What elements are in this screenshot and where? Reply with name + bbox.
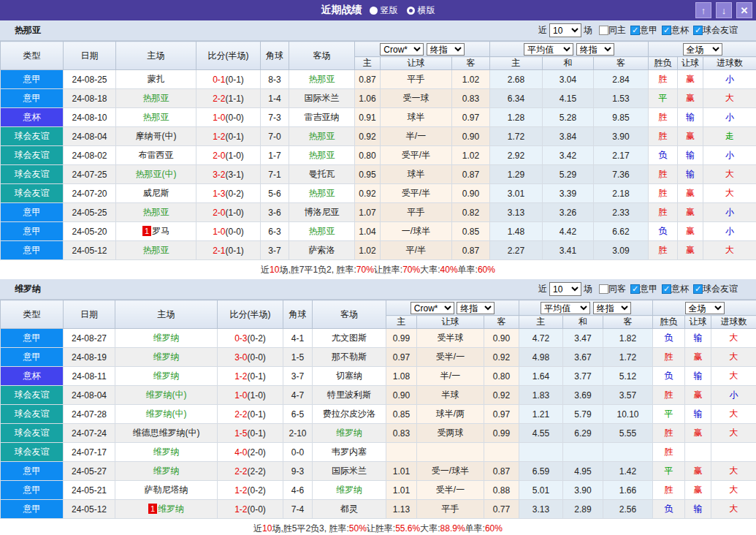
col-header-handicap-home: 主 (355, 57, 381, 70)
home-team: 热那亚 (116, 203, 196, 222)
results-table-genoa: 类型 日期 主场 比分(半场) 角球 客场 Crow* 终指 平均值 终指 全场… (0, 41, 756, 260)
home-odds: 0.87 (355, 70, 381, 89)
result-over-under: 小 (703, 108, 756, 127)
home-odds: 0.80 (355, 146, 381, 165)
match-date: 24-05-12 (64, 500, 115, 519)
avg-away-odds: 7.36 (594, 165, 649, 184)
checkbox-checked-icon[interactable]: ✓ (630, 26, 640, 35)
fulltime-score: 2-2 (213, 94, 225, 104)
col-header-type: 类型 (1, 300, 64, 329)
match-row: 意甲 24-08-25 蒙扎 0-1(0-1) 8-3 热那亚 0.87 平手 … (1, 70, 756, 89)
match-date: 24-05-21 (64, 481, 115, 500)
home-odds: 0.92 (355, 127, 381, 146)
checkbox-checked-icon[interactable]: ✓ (693, 26, 703, 35)
handicap-line: 受平/半 (381, 146, 452, 165)
filter-checkbox-球会友谊[interactable]: ✓球会友谊 (693, 24, 738, 37)
checkbox-label: 球会友谊 (703, 24, 738, 37)
match-date: 24-08-04 (64, 386, 115, 405)
fulltime-score: 2-1 (213, 246, 225, 256)
checkbox-unchecked-icon[interactable] (599, 284, 608, 294)
corner-score: 1-4 (261, 89, 289, 108)
col-header-handicap-away: 客 (484, 316, 519, 329)
avg-away-odds: 5.12 (603, 367, 653, 386)
checkbox-checked-icon[interactable]: ✓ (662, 26, 671, 35)
filter-checkbox-意甲[interactable]: ✓意甲 (630, 283, 657, 295)
bookmaker-select[interactable]: Crow* (411, 302, 454, 314)
fulltime-score: 1-2 (234, 504, 247, 515)
checkbox-label: 意杯 (671, 24, 689, 37)
col-header-avg-home: 主 (519, 316, 563, 329)
home-team: 1罗马 (116, 222, 196, 241)
home-odds: 0.95 (355, 165, 381, 184)
average-time-select[interactable]: 终指 (576, 43, 614, 56)
avg-draw-odds: 6.29 (563, 424, 603, 443)
league-badge: 意甲 (1, 500, 64, 519)
scroll-up-button[interactable]: ↑ (695, 2, 711, 18)
match-row: 球会友谊 24-08-04 摩纳哥(中) 1-2(0-1) 7-0 热那亚 0.… (1, 127, 756, 146)
checkbox-checked-icon[interactable]: ✓ (662, 284, 671, 294)
home-team-name: 热那亚 (143, 112, 169, 122)
layout-radio-竖版[interactable]: 竖版 (370, 4, 398, 17)
avg-home-odds: 1.28 (490, 108, 543, 127)
checkbox-checked-icon[interactable]: ✓ (630, 284, 640, 294)
away-odds: 0.83 (452, 89, 490, 108)
handicap-line: 受半球 (417, 329, 484, 348)
away-team-name: 都灵 (340, 504, 358, 514)
result-wdl: 胜 (653, 386, 685, 405)
checkbox-unchecked-icon[interactable] (599, 26, 608, 35)
filter-checkbox-球会友谊[interactable]: ✓球会友谊 (693, 283, 738, 295)
match-filters-verona: 近 10 场 同客✓意甲✓意杯✓球会友谊 (538, 282, 738, 296)
match-row: 球会友谊 24-08-02 布雷西亚 2-0(1-0) 1-7 热那亚 0.80… (1, 146, 756, 165)
avg-home-odds: 1.21 (519, 405, 563, 424)
avg-draw-odds: 3.47 (563, 329, 603, 348)
checkbox-checked-icon[interactable]: ✓ (693, 284, 703, 294)
average-select[interactable]: 平均值 (524, 43, 573, 56)
home-team-name: 维德思维罗纳(中) (133, 428, 200, 438)
fulltime-select[interactable]: 全场 (685, 302, 725, 314)
home-team: 热那亚 (116, 108, 196, 127)
rank-badge: 1 (142, 226, 151, 236)
away-odds: 0.87 (484, 462, 519, 481)
layout-radio-group: 竖版横版 (370, 4, 435, 17)
radio-icon[interactable] (370, 7, 378, 15)
fulltime-select[interactable]: 全场 (683, 43, 722, 56)
match-score: 2-0(1-0) (196, 146, 261, 165)
odds-time-select[interactable]: 终指 (427, 43, 465, 56)
league-badge: 球会友谊 (1, 165, 64, 184)
fulltime-score: 1-0 (213, 113, 225, 123)
average-time-select[interactable]: 终指 (593, 302, 631, 314)
average-select[interactable]: 平均值 (541, 302, 590, 314)
checkbox-label: 意杯 (671, 283, 689, 295)
radio-icon[interactable] (407, 7, 415, 15)
avg-home-odds: 6.59 (519, 462, 563, 481)
col-header-type: 类型 (1, 42, 64, 70)
halftime-score: (2-2) (248, 466, 266, 477)
games-label: 场 (584, 283, 592, 295)
scroll-down-button[interactable]: ↓ (716, 2, 732, 18)
away-odds: 0.97 (484, 405, 519, 424)
match-row: 意甲 24-08-18 热那亚 2-2(1-1) 1-4 国际米兰 1.06 受… (1, 89, 756, 108)
handicap-line: 一/球半 (381, 222, 452, 241)
away-team: 国际米兰 (313, 462, 386, 481)
filter-checkbox-同主[interactable]: 同主 (599, 24, 626, 37)
match-date: 24-05-27 (64, 462, 115, 481)
close-button[interactable]: ✕ (736, 2, 752, 18)
odds-time-select[interactable]: 终指 (457, 302, 495, 314)
halftime-score: (1-0) (248, 390, 266, 401)
result-wdl: 胜 (649, 108, 678, 127)
average-odds-group: 平均值 终指 (519, 300, 653, 316)
fulltime-score: 1-3 (213, 189, 225, 199)
home-odds: 1.04 (355, 222, 381, 241)
bookmaker-select[interactable]: Crow* (380, 43, 424, 56)
result-over-under: 大 (711, 367, 756, 386)
near-count-select[interactable]: 10 (549, 282, 581, 296)
filter-checkbox-意杯[interactable]: ✓意杯 (662, 283, 689, 295)
filter-checkbox-意甲[interactable]: ✓意甲 (630, 24, 657, 37)
filter-checkbox-意杯[interactable]: ✓意杯 (662, 24, 689, 37)
match-date: 24-07-20 (64, 184, 116, 203)
result-handicap: 输 (685, 329, 711, 348)
filter-checkbox-同客[interactable]: 同客 (599, 283, 626, 295)
near-count-select[interactable]: 10 (549, 23, 581, 37)
col-header-avg-away: 客 (594, 57, 649, 70)
layout-radio-横版[interactable]: 横版 (407, 4, 435, 17)
